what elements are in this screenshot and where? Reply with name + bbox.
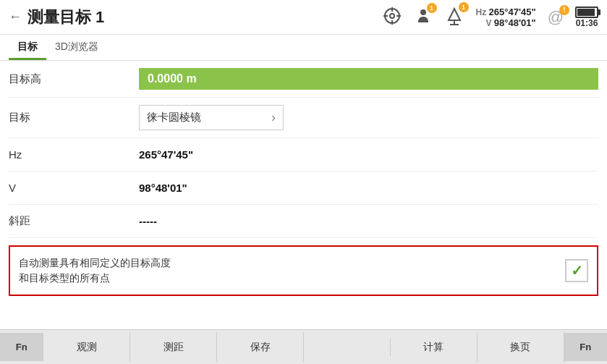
tabs-bar: 目标 3D浏览器: [0, 35, 607, 61]
footer-calculate[interactable]: 计算: [391, 332, 477, 363]
prism-badge: 1: [459, 2, 469, 12]
value-slope-dist: -----: [139, 215, 598, 227]
field-row-hz: Hz 265°47'45": [9, 138, 598, 172]
header: ← 测量目标 1 1: [0, 0, 607, 35]
checkmark-icon: ✓: [571, 262, 583, 279]
at-warning-badge: !: [559, 5, 569, 15]
label-slope-dist: 斜距: [9, 214, 139, 228]
field-row-v: V 98°48'01": [9, 172, 598, 205]
target-value-text: 徕卡圆棱镜: [147, 111, 201, 124]
svg-marker-7: [449, 9, 460, 20]
main-content: 目标高 0.0000 m 目标 徕卡圆棱镜 › Hz 265°47'45" V …: [0, 61, 607, 329]
chevron-right-icon: ›: [271, 110, 276, 125]
label-target: 目标: [9, 111, 139, 124]
label-hz: Hz: [9, 148, 139, 161]
field-row-target-height: 目标高 0.0000 m: [9, 61, 598, 98]
person-badge: 1: [427, 3, 437, 13]
footer-page-turn[interactable]: 换页: [477, 332, 564, 363]
footer-measure[interactable]: 测距: [130, 332, 217, 363]
back-button[interactable]: ←: [9, 9, 22, 25]
footer-observe[interactable]: 观测: [43, 332, 130, 363]
hz-v-readings: Hz 265°47'45" V 98°48'01": [476, 7, 536, 28]
footer-toolbar: Fn 观测 测距 保存 计算 换页 Fn: [0, 329, 607, 364]
target-crosshair-icon: [382, 6, 402, 29]
footer-save[interactable]: 保存: [217, 332, 304, 363]
footer-fn-left[interactable]: Fn: [0, 333, 43, 361]
value-hz: 265°47'45": [139, 148, 598, 161]
field-row-target: 目标 徕卡圆棱镜 ›: [9, 98, 598, 138]
value-v: 98°48'01": [139, 182, 598, 194]
footer-fn-right[interactable]: Fn: [564, 333, 607, 361]
hz-reading: Hz 265°47'45": [476, 7, 536, 17]
at-icon-area: @ !: [548, 8, 564, 27]
time-battery: 01:36: [575, 7, 598, 28]
v-reading: V 98°48'01": [485, 17, 535, 28]
svg-point-6: [420, 9, 426, 15]
tab-target[interactable]: 目标: [9, 35, 46, 60]
clock-display: 01:36: [576, 18, 598, 28]
svg-point-1: [390, 14, 394, 18]
field-row-slope-dist: 斜距 -----: [9, 205, 598, 238]
page-title: 测量目标 1: [27, 7, 104, 28]
footer-empty: [304, 339, 391, 356]
header-right: 1 1 Hz 265°47'45" V 98°48'01" @ !: [382, 6, 598, 29]
checkbox-row: 自动测量具有相同定义的目标高度 和目标类型的所有点 ✓: [9, 245, 598, 296]
prism-icon: 1: [444, 6, 464, 29]
label-v: V: [9, 182, 139, 194]
label-target-height: 目标高: [9, 72, 139, 86]
tab-3d-browser[interactable]: 3D浏览器: [46, 35, 107, 60]
value-target[interactable]: 徕卡圆棱镜 ›: [139, 105, 284, 130]
person-icon: 1: [414, 7, 433, 28]
checkbox-description: 自动测量具有相同定义的目标高度 和目标类型的所有点: [19, 255, 556, 286]
header-left: ← 测量目标 1: [9, 7, 104, 28]
battery-icon: [575, 7, 598, 18]
auto-measure-checkbox[interactable]: ✓: [565, 259, 588, 282]
value-target-height[interactable]: 0.0000 m: [139, 68, 598, 90]
